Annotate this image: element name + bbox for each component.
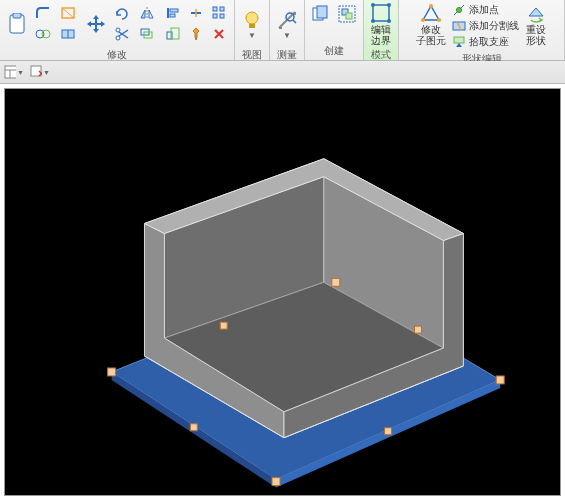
- create-group-button[interactable]: [335, 2, 359, 26]
- svg-point-9: [116, 36, 120, 40]
- pin-icon: [189, 27, 203, 41]
- svg-rect-63: [332, 278, 340, 286]
- join-icon: [35, 27, 51, 41]
- ribbon: 修改 ▼ 视图 ▼ 测量: [0, 0, 565, 61]
- add-split-line-button[interactable]: 添加分割线: [450, 18, 521, 34]
- pin-button[interactable]: [185, 25, 207, 43]
- svg-rect-1: [13, 13, 21, 18]
- sub-element-label-1: 修改: [421, 24, 441, 35]
- chevron-down-icon: ▼: [283, 31, 291, 40]
- split-icon: [189, 6, 203, 20]
- offset-icon: [139, 27, 155, 41]
- cope-button[interactable]: [32, 4, 54, 22]
- add-split-line-icon: [452, 19, 466, 33]
- svg-rect-6: [62, 30, 74, 38]
- svg-rect-21: [220, 14, 224, 18]
- modify-small-grid-1: [32, 4, 81, 45]
- split-button[interactable]: [185, 4, 207, 22]
- edit-boundary-button[interactable]: 编辑边界: [368, 2, 394, 46]
- svg-point-37: [387, 19, 391, 23]
- pick-support-label: 拾取支座: [469, 35, 509, 49]
- svg-rect-62: [108, 368, 116, 376]
- offset-button[interactable]: [136, 25, 158, 43]
- properties-toggle-button[interactable]: ▼: [4, 63, 24, 81]
- trim-button[interactable]: [111, 25, 133, 43]
- ribbon-group-view: ▼ 视图: [235, 0, 270, 60]
- bulb-icon: [241, 9, 263, 31]
- svg-point-35: [387, 3, 391, 7]
- reset-shape-icon: [525, 2, 547, 23]
- cut-button[interactable]: [57, 4, 79, 22]
- pick-support-icon: [452, 35, 466, 49]
- svg-rect-15: [170, 14, 175, 17]
- join-button[interactable]: [32, 25, 54, 43]
- mirror-icon: [139, 6, 155, 20]
- viewport-3d[interactable]: [4, 88, 561, 496]
- measure-button[interactable]: ▼: [274, 2, 300, 46]
- cope-icon: [35, 6, 51, 20]
- align-button[interactable]: [162, 4, 184, 22]
- add-point-label: 添加点: [469, 3, 499, 17]
- svg-point-36: [371, 19, 375, 23]
- chevron-down-icon: ▼: [248, 31, 256, 40]
- create-similar-icon: [311, 4, 331, 24]
- svg-rect-45: [5, 66, 16, 78]
- add-point-button[interactable]: 添加点: [450, 2, 521, 18]
- svg-rect-11: [141, 29, 149, 35]
- svg-rect-25: [249, 24, 255, 28]
- svg-rect-30: [339, 6, 355, 22]
- svg-rect-12: [144, 32, 152, 38]
- sub-element-label-2: 子图元: [416, 35, 446, 46]
- svg-point-41: [457, 8, 462, 13]
- pick-support-button[interactable]: 拾取支座: [450, 34, 521, 50]
- delete-icon: [212, 27, 226, 41]
- svg-rect-22: [167, 32, 172, 39]
- cut-icon: [60, 6, 76, 20]
- rotate-button[interactable]: [111, 4, 133, 22]
- split-face-button[interactable]: [57, 25, 79, 43]
- move-arrows-icon: [85, 13, 107, 35]
- edit-boundary-label-1: 编辑: [371, 24, 391, 35]
- svg-point-38: [429, 4, 433, 8]
- svg-rect-66: [220, 322, 227, 329]
- mirror-button[interactable]: [136, 4, 158, 22]
- edit-boundary-label-2: 边界: [371, 35, 391, 46]
- reset-shape-label-1: 重设: [526, 24, 546, 35]
- create-similar-button[interactable]: [309, 2, 333, 26]
- svg-rect-28: [313, 8, 323, 20]
- sub-element-icon: [420, 2, 442, 23]
- svg-rect-29: [317, 6, 327, 18]
- svg-rect-14: [170, 9, 178, 12]
- view-button[interactable]: ▼: [239, 2, 265, 46]
- array-button[interactable]: [208, 4, 230, 22]
- modify-subelement-button[interactable]: 修改子图元: [414, 2, 448, 46]
- delete-button[interactable]: [208, 25, 230, 43]
- ribbon-group-mode: 编辑边界 模式: [364, 0, 399, 60]
- svg-point-34: [371, 3, 375, 7]
- svg-rect-33: [373, 5, 389, 21]
- reset-shape-label-2: 形状: [526, 35, 546, 46]
- reset-shape-button[interactable]: 重设形状: [523, 2, 549, 46]
- svg-rect-2: [62, 8, 74, 18]
- move-button[interactable]: [83, 2, 109, 46]
- measure-icon: [276, 9, 298, 31]
- svg-line-3: [62, 8, 74, 18]
- add-point-icon: [452, 3, 466, 17]
- scale-icon: [166, 27, 180, 41]
- svg-point-24: [246, 12, 258, 24]
- edit-boundary-icon: [370, 2, 392, 23]
- paste-button[interactable]: [4, 2, 30, 46]
- svg-rect-69: [190, 424, 197, 431]
- filter-toggle-button[interactable]: ▼: [30, 63, 50, 81]
- group-label-create: 创建: [324, 42, 344, 60]
- ribbon-group-shapeedit: 修改子图元 添加点 添加分割线 拾取支座: [399, 0, 565, 60]
- chevron-down-icon: ▼: [43, 69, 50, 76]
- scale-button[interactable]: [162, 25, 184, 43]
- app-root: 修改 ▼ 视图 ▼ 测量: [0, 0, 565, 500]
- filter-close-icon: [30, 65, 42, 79]
- svg-rect-64: [496, 376, 504, 384]
- svg-rect-68: [385, 428, 392, 435]
- options-bar: ▼ ▼: [0, 61, 565, 84]
- rotate-icon: [114, 6, 130, 20]
- svg-line-27: [293, 20, 296, 23]
